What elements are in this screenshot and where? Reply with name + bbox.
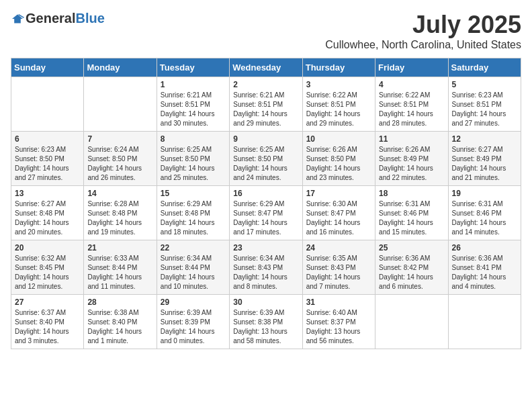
calendar-cell: 12Sunrise: 6:27 AM Sunset: 8:49 PM Dayli… xyxy=(448,132,521,186)
day-info: Sunrise: 6:38 AM Sunset: 8:40 PM Dayligh… xyxy=(87,308,152,346)
day-info: Sunrise: 6:21 AM Sunset: 8:51 PM Dayligh… xyxy=(161,91,226,128)
day-info: Sunrise: 6:23 AM Sunset: 8:51 PM Dayligh… xyxy=(452,91,517,128)
day-info: Sunrise: 6:22 AM Sunset: 8:51 PM Dayligh… xyxy=(379,91,444,128)
day-number: 8 xyxy=(161,134,226,144)
calendar-cell: 13Sunrise: 6:27 AM Sunset: 8:48 PM Dayli… xyxy=(11,186,84,240)
weekday-header-tuesday: Tuesday xyxy=(157,58,229,77)
day-info: Sunrise: 6:30 AM Sunset: 8:47 PM Dayligh… xyxy=(306,199,371,237)
day-number: 1 xyxy=(161,80,226,89)
day-number: 9 xyxy=(233,134,298,144)
week-row-4: 20Sunrise: 6:32 AM Sunset: 8:45 PM Dayli… xyxy=(11,240,521,295)
day-info: Sunrise: 6:25 AM Sunset: 8:50 PM Dayligh… xyxy=(233,145,298,183)
day-info: Sunrise: 6:33 AM Sunset: 8:44 PM Dayligh… xyxy=(87,254,152,291)
day-number: 17 xyxy=(306,189,371,198)
day-info: Sunrise: 6:27 AM Sunset: 8:49 PM Dayligh… xyxy=(452,145,517,183)
day-info: Sunrise: 6:39 AM Sunset: 8:38 PM Dayligh… xyxy=(233,308,298,346)
day-info: Sunrise: 6:34 AM Sunset: 8:43 PM Dayligh… xyxy=(233,254,298,291)
day-info: Sunrise: 6:26 AM Sunset: 8:50 PM Dayligh… xyxy=(306,145,371,183)
logo-icon xyxy=(11,13,24,24)
calendar-cell xyxy=(11,77,84,132)
calendar-cell: 15Sunrise: 6:29 AM Sunset: 8:48 PM Dayli… xyxy=(157,186,229,240)
day-number: 10 xyxy=(306,134,371,144)
calendar-cell: 22Sunrise: 6:34 AM Sunset: 8:44 PM Dayli… xyxy=(157,240,229,295)
day-info: Sunrise: 6:32 AM Sunset: 8:45 PM Dayligh… xyxy=(15,254,80,291)
day-number: 26 xyxy=(452,243,517,253)
calendar-body: 1Sunrise: 6:21 AM Sunset: 8:51 PM Daylig… xyxy=(11,77,521,349)
week-row-1: 1Sunrise: 6:21 AM Sunset: 8:51 PM Daylig… xyxy=(11,77,521,132)
calendar-cell: 25Sunrise: 6:36 AM Sunset: 8:42 PM Dayli… xyxy=(375,240,448,295)
day-info: Sunrise: 6:22 AM Sunset: 8:51 PM Dayligh… xyxy=(306,91,371,128)
calendar: SundayMondayTuesdayWednesdayThursdayFrid… xyxy=(11,58,521,349)
day-number: 29 xyxy=(161,298,226,307)
logo-blue: Blue xyxy=(75,11,104,26)
calendar-header: SundayMondayTuesdayWednesdayThursdayFrid… xyxy=(11,58,521,77)
calendar-cell: 31Sunrise: 6:40 AM Sunset: 8:37 PM Dayli… xyxy=(302,295,375,349)
weekday-header-saturday: Saturday xyxy=(448,58,521,77)
day-number: 5 xyxy=(452,80,517,89)
weekday-header-wednesday: Wednesday xyxy=(230,58,302,77)
calendar-cell: 4Sunrise: 6:22 AM Sunset: 8:51 PM Daylig… xyxy=(375,77,448,132)
week-row-5: 27Sunrise: 6:37 AM Sunset: 8:40 PM Dayli… xyxy=(11,295,521,349)
day-number: 4 xyxy=(379,80,444,89)
day-info: Sunrise: 6:36 AM Sunset: 8:42 PM Dayligh… xyxy=(379,254,444,291)
calendar-cell: 26Sunrise: 6:36 AM Sunset: 8:41 PM Dayli… xyxy=(448,240,521,295)
calendar-cell: 6Sunrise: 6:23 AM Sunset: 8:50 PM Daylig… xyxy=(11,132,84,186)
calendar-cell xyxy=(84,77,157,132)
calendar-cell: 8Sunrise: 6:25 AM Sunset: 8:50 PM Daylig… xyxy=(157,132,229,186)
day-info: Sunrise: 6:31 AM Sunset: 8:46 PM Dayligh… xyxy=(379,199,444,237)
day-number: 14 xyxy=(87,189,152,198)
weekday-header-thursday: Thursday xyxy=(302,58,375,77)
calendar-cell xyxy=(448,295,521,349)
day-info: Sunrise: 6:37 AM Sunset: 8:40 PM Dayligh… xyxy=(15,308,80,346)
day-info: Sunrise: 6:35 AM Sunset: 8:43 PM Dayligh… xyxy=(306,254,371,291)
calendar-cell: 20Sunrise: 6:32 AM Sunset: 8:45 PM Dayli… xyxy=(11,240,84,295)
day-number: 6 xyxy=(15,134,80,144)
day-info: Sunrise: 6:25 AM Sunset: 8:50 PM Dayligh… xyxy=(161,145,226,183)
calendar-cell: 7Sunrise: 6:24 AM Sunset: 8:50 PM Daylig… xyxy=(84,132,157,186)
weekday-header-sunday: Sunday xyxy=(11,58,84,77)
header: General Blue July 2025 Cullowhee, North … xyxy=(11,11,521,51)
day-number: 25 xyxy=(379,243,444,253)
day-info: Sunrise: 6:29 AM Sunset: 8:47 PM Dayligh… xyxy=(233,199,298,237)
day-info: Sunrise: 6:39 AM Sunset: 8:39 PM Dayligh… xyxy=(161,308,226,346)
day-number: 27 xyxy=(15,298,80,307)
calendar-cell: 10Sunrise: 6:26 AM Sunset: 8:50 PM Dayli… xyxy=(302,132,375,186)
day-number: 12 xyxy=(452,134,517,144)
day-info: Sunrise: 6:36 AM Sunset: 8:41 PM Dayligh… xyxy=(452,254,517,291)
day-info: Sunrise: 6:27 AM Sunset: 8:48 PM Dayligh… xyxy=(15,199,80,237)
calendar-cell: 24Sunrise: 6:35 AM Sunset: 8:43 PM Dayli… xyxy=(302,240,375,295)
calendar-cell: 27Sunrise: 6:37 AM Sunset: 8:40 PM Dayli… xyxy=(11,295,84,349)
day-number: 18 xyxy=(379,189,444,198)
day-number: 28 xyxy=(87,298,152,307)
day-number: 11 xyxy=(379,134,444,144)
day-number: 15 xyxy=(161,189,226,198)
day-info: Sunrise: 6:34 AM Sunset: 8:44 PM Dayligh… xyxy=(161,254,226,291)
calendar-cell xyxy=(375,295,448,349)
day-info: Sunrise: 6:31 AM Sunset: 8:46 PM Dayligh… xyxy=(452,199,517,237)
day-number: 20 xyxy=(15,243,80,253)
calendar-cell: 5Sunrise: 6:23 AM Sunset: 8:51 PM Daylig… xyxy=(448,77,521,132)
calendar-cell: 16Sunrise: 6:29 AM Sunset: 8:47 PM Dayli… xyxy=(230,186,302,240)
calendar-cell: 28Sunrise: 6:38 AM Sunset: 8:40 PM Dayli… xyxy=(84,295,157,349)
location: Cullowhee, North Carolina, United States xyxy=(325,39,521,51)
day-number: 30 xyxy=(233,298,298,307)
day-number: 16 xyxy=(233,189,298,198)
day-info: Sunrise: 6:24 AM Sunset: 8:50 PM Dayligh… xyxy=(87,145,152,183)
calendar-cell: 17Sunrise: 6:30 AM Sunset: 8:47 PM Dayli… xyxy=(302,186,375,240)
calendar-cell: 1Sunrise: 6:21 AM Sunset: 8:51 PM Daylig… xyxy=(157,77,229,132)
calendar-cell: 2Sunrise: 6:21 AM Sunset: 8:51 PM Daylig… xyxy=(230,77,302,132)
day-info: Sunrise: 6:26 AM Sunset: 8:49 PM Dayligh… xyxy=(379,145,444,183)
day-info: Sunrise: 6:40 AM Sunset: 8:37 PM Dayligh… xyxy=(306,308,371,346)
calendar-cell: 14Sunrise: 6:28 AM Sunset: 8:48 PM Dayli… xyxy=(84,186,157,240)
month-year: July 2025 xyxy=(325,11,521,39)
calendar-cell: 29Sunrise: 6:39 AM Sunset: 8:39 PM Dayli… xyxy=(157,295,229,349)
day-number: 23 xyxy=(233,243,298,253)
day-number: 2 xyxy=(233,80,298,89)
calendar-cell: 11Sunrise: 6:26 AM Sunset: 8:49 PM Dayli… xyxy=(375,132,448,186)
week-row-3: 13Sunrise: 6:27 AM Sunset: 8:48 PM Dayli… xyxy=(11,186,521,240)
calendar-cell: 9Sunrise: 6:25 AM Sunset: 8:50 PM Daylig… xyxy=(230,132,302,186)
logo: General Blue xyxy=(11,11,105,26)
day-number: 13 xyxy=(15,189,80,198)
calendar-cell: 21Sunrise: 6:33 AM Sunset: 8:44 PM Dayli… xyxy=(84,240,157,295)
calendar-cell: 18Sunrise: 6:31 AM Sunset: 8:46 PM Dayli… xyxy=(375,186,448,240)
